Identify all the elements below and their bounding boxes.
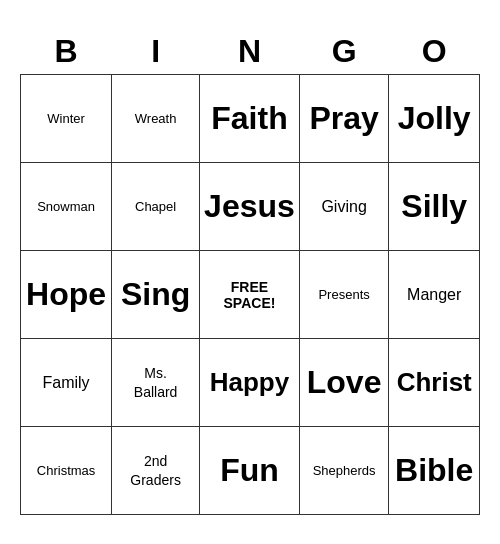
bingo-cell: 2ndGraders xyxy=(112,427,200,515)
bingo-cell: Wreath xyxy=(112,75,200,163)
bingo-cell: Hope xyxy=(21,251,112,339)
bingo-card: BINGO WinterWreathFaithPrayJollySnowmanC… xyxy=(20,29,480,515)
bingo-cell: Happy xyxy=(200,339,300,427)
bingo-cell: Winter xyxy=(21,75,112,163)
bingo-row: WinterWreathFaithPrayJolly xyxy=(21,75,480,163)
bingo-cell: Snowman xyxy=(21,163,112,251)
header-letter: O xyxy=(389,29,480,75)
bingo-cell: Pray xyxy=(299,75,389,163)
bingo-cell: Chapel xyxy=(112,163,200,251)
bingo-cell: Jesus xyxy=(200,163,300,251)
bingo-cell: Christ xyxy=(389,339,480,427)
bingo-cell: Shepherds xyxy=(299,427,389,515)
bingo-cell: Silly xyxy=(389,163,480,251)
header-letter: I xyxy=(112,29,200,75)
bingo-row: SnowmanChapelJesusGivingSilly xyxy=(21,163,480,251)
bingo-cell: Manger xyxy=(389,251,480,339)
header-letter: N xyxy=(200,29,300,75)
bingo-cell: Jolly xyxy=(389,75,480,163)
bingo-cell: Sing xyxy=(112,251,200,339)
bingo-cell: Christmas xyxy=(21,427,112,515)
header-letter: B xyxy=(21,29,112,75)
bingo-cell: FREE SPACE! xyxy=(200,251,300,339)
bingo-cell: Faith xyxy=(200,75,300,163)
bingo-cell: Love xyxy=(299,339,389,427)
bingo-row: FamilyMs.BallardHappyLoveChrist xyxy=(21,339,480,427)
bingo-cell: Giving xyxy=(299,163,389,251)
bingo-cell: Fun xyxy=(200,427,300,515)
bingo-cell: Bible xyxy=(389,427,480,515)
bingo-row: HopeSingFREE SPACE!PresentsManger xyxy=(21,251,480,339)
bingo-cell: Family xyxy=(21,339,112,427)
bingo-row: Christmas2ndGradersFunShepherdsBible xyxy=(21,427,480,515)
bingo-cell: Presents xyxy=(299,251,389,339)
header-letter: G xyxy=(299,29,389,75)
bingo-header: BINGO xyxy=(21,29,480,75)
bingo-cell: Ms.Ballard xyxy=(112,339,200,427)
